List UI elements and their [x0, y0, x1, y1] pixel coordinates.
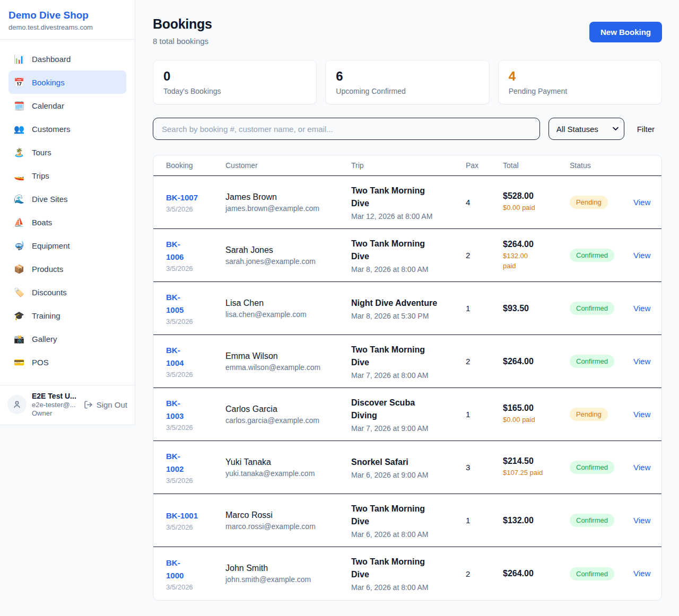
sidebar-item-training[interactable]: 🎓 Training: [8, 304, 126, 327]
total-cell: $93.50: [503, 304, 570, 313]
total-amount: $264.00: [503, 240, 570, 249]
trip-datetime: Mar 8, 2026 at 5:30 PM: [351, 312, 466, 320]
booking-date: 3/5/2026: [166, 477, 225, 485]
status-cell: Pending: [570, 408, 633, 421]
user-name: E2E Test U...: [32, 392, 79, 400]
view-link[interactable]: View: [633, 251, 650, 260]
booking-id-link[interactable]: BK- 1002: [166, 450, 184, 476]
booking-id-link[interactable]: BK- 1004: [166, 344, 184, 369]
stat-label: Today's Bookings: [163, 87, 306, 95]
sidebar-item-calendar[interactable]: 🗓️ Calendar: [8, 94, 126, 117]
status-cell: Confirmed: [570, 302, 633, 315]
sidebar-item-label: Products: [32, 265, 63, 274]
total-amount: $214.50: [503, 456, 570, 466]
sidebar-item-tours[interactable]: 🏝️ Tours: [8, 140, 126, 164]
table-header: Booking Customer Trip Pax Total Status: [153, 155, 661, 176]
new-booking-button[interactable]: New Booking: [589, 22, 662, 42]
sidebar-header: Demo Dive Shop demo.test.divestreams.com: [0, 0, 135, 40]
bookings-icon: 📅: [14, 77, 24, 87]
trip-cell: Two Tank Morning Dive Mar 12, 2026 at 8:…: [351, 184, 466, 221]
trip-cell: Discover Scuba Diving Mar 7, 2026 at 9:0…: [351, 397, 466, 433]
booking-cell: BK-1007 3/5/2026: [166, 191, 225, 213]
sidebar-item-label: Calendar: [32, 101, 64, 110]
booking-date: 3/5/2026: [166, 523, 225, 531]
trip-name: Discover Scuba Diving: [351, 397, 466, 422]
col-header-trip: Trip: [351, 161, 466, 170]
customer-name: Lisa Chen: [225, 298, 351, 308]
table-row: BK- 1002 3/5/2026 Yuki Tanaka yuki.tanak…: [153, 441, 661, 494]
stat-label: Pending Payment: [509, 87, 651, 95]
sign-out-button[interactable]: Sign Out: [84, 400, 127, 409]
view-link[interactable]: View: [633, 198, 650, 207]
sidebar-item-dive-sites[interactable]: 🌊 Dive Sites: [8, 187, 126, 210]
pax-value: 4: [466, 198, 503, 207]
status-cell: Confirmed: [570, 249, 633, 262]
main-content: Bookings 8 total bookings New Booking 0 …: [135, 0, 679, 601]
trip-cell: Two Tank Morning Dive Mar 7, 2026 at 8:0…: [351, 344, 466, 380]
tours-icon: 🏝️: [14, 147, 24, 157]
user-box: E2E Test U... e2e-tester@... Owner Sign …: [0, 385, 135, 425]
trip-name: Snorkel Safari: [351, 456, 466, 469]
trip-datetime: Mar 12, 2026 at 8:00 AM: [351, 212, 466, 221]
booking-id-link[interactable]: BK- 1006: [166, 238, 184, 263]
user-role: Owner: [32, 409, 79, 417]
sidebar-item-label: Dashboard: [32, 55, 71, 64]
view-link[interactable]: View: [633, 304, 650, 313]
trip-cell: Two Tank Morning Dive Mar 6, 2026 at 8:0…: [351, 503, 466, 539]
customers-icon: 👥: [14, 124, 24, 134]
trip-datetime: Mar 7, 2026 at 8:00 AM: [351, 371, 466, 380]
sidebar-item-gallery[interactable]: 📸 Gallery: [8, 327, 126, 350]
view-link[interactable]: View: [633, 357, 650, 366]
sidebar-item-trips[interactable]: 🚤 Trips: [8, 164, 126, 187]
view-link[interactable]: View: [633, 569, 650, 578]
trips-icon: 🚤: [14, 171, 24, 181]
sidebar-item-customers[interactable]: 👥 Customers: [8, 117, 126, 140]
sidebar-item-discounts[interactable]: 🏷️ Discounts: [8, 280, 126, 304]
total-amount: $132.00: [503, 516, 570, 525]
filter-button[interactable]: Filter: [637, 125, 655, 134]
sidebar-item-dashboard[interactable]: 📊 Dashboard: [8, 47, 126, 71]
customer-name: Yuki Tanaka: [225, 457, 351, 467]
sidebar-item-equipment[interactable]: 🤿 Equipment: [8, 234, 126, 257]
sidebar-item-label: Dive Sites: [32, 195, 68, 204]
booking-id-link[interactable]: BK- 1000: [166, 557, 184, 582]
booking-id-link[interactable]: BK-1007: [166, 191, 198, 204]
products-icon: 📦: [14, 264, 24, 274]
customer-cell: Lisa Chen lisa.chen@example.com: [225, 298, 351, 319]
stat-value: 4: [509, 69, 651, 84]
customer-cell: James Brown james.brown@example.com: [225, 192, 351, 213]
customer-email: emma.wilson@example.com: [225, 363, 351, 372]
booking-cell: BK- 1000 3/5/2026: [166, 557, 225, 591]
customer-name: James Brown: [225, 192, 351, 202]
view-link[interactable]: View: [633, 516, 650, 525]
total-cell: $264.00 $132.00 paid: [503, 240, 570, 271]
shop-name: Demo Dive Shop: [8, 10, 126, 21]
status-badge: Pending: [570, 408, 608, 421]
total-amount: $264.00: [503, 569, 570, 578]
customer-name: Marco Rossi: [225, 511, 351, 520]
sidebar-item-products[interactable]: 📦 Products: [8, 257, 126, 280]
customer-cell: Sarah Jones sarah.jones@example.com: [225, 245, 351, 266]
sidebar-item-boats[interactable]: ⛵ Boats: [8, 210, 126, 234]
table-row: BK-1007 3/5/2026 James Brown james.brown…: [153, 176, 661, 229]
search-input[interactable]: [153, 118, 540, 140]
pax-value: 2: [466, 357, 503, 366]
total-amount: $528.00: [503, 191, 570, 201]
sidebar-item-label: Discounts: [32, 288, 67, 297]
sidebar-item-label: POS: [32, 358, 49, 367]
status-select[interactable]: All Statuses: [549, 118, 624, 140]
booking-cell: BK- 1004 3/5/2026: [166, 344, 225, 379]
status-badge: Confirmed: [570, 302, 614, 315]
sidebar-item-pos[interactable]: 💳 POS: [8, 350, 126, 374]
view-link[interactable]: View: [633, 463, 650, 472]
sidebar-item-bookings[interactable]: 📅 Bookings: [8, 71, 126, 94]
booking-id-link[interactable]: BK- 1003: [166, 397, 184, 423]
stat-card: 4 Pending Payment: [498, 60, 662, 104]
view-link[interactable]: View: [633, 410, 650, 419]
equipment-icon: 🤿: [14, 241, 24, 251]
booking-id-link[interactable]: BK-1001: [166, 509, 198, 522]
booking-id-link[interactable]: BK- 1005: [166, 291, 184, 316]
sidebar-item-label: Trips: [32, 171, 49, 180]
table-row: BK- 1000 3/5/2026 John Smith john.smith@…: [153, 547, 661, 600]
col-header-customer: Customer: [225, 161, 351, 170]
